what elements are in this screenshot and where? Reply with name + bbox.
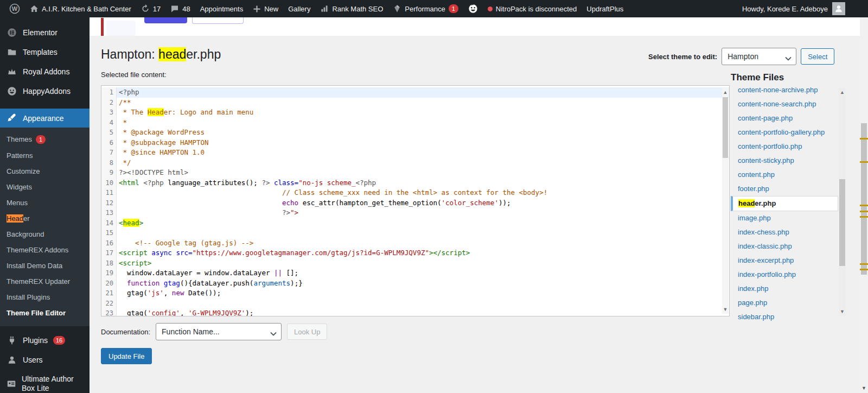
code-line: 17<script async src="https://www.googlet… [101, 248, 729, 258]
theme-file-link[interactable]: content-sticky.php [731, 154, 838, 168]
sidebar-item-templates[interactable]: Templates [0, 42, 90, 62]
code-line: 12 echo esc_attr(hampton_get_theme_optio… [101, 198, 729, 208]
find-match-marker [860, 138, 868, 140]
line-number: 9 [101, 168, 117, 178]
sidebar-item-appearance[interactable]: Appearance [0, 109, 90, 128]
site-name-menu[interactable]: A.I.R. Kitchen & Bath Center [25, 0, 136, 17]
nitropack-menu[interactable]: NitroPack is disconnected [483, 0, 582, 17]
updates-menu[interactable]: 17 [136, 0, 165, 17]
line-number: 21 [101, 288, 117, 299]
chevron-down-icon [785, 54, 792, 62]
rank-math-label: Rank Math SEO [332, 5, 383, 13]
editor-scroll-up-icon[interactable]: ▲ [722, 89, 729, 96]
submenu-item-themerex-addons[interactable]: ThemeREX Addons [0, 242, 90, 258]
line-number: 6 [101, 138, 117, 148]
happy-face-menu[interactable] [463, 0, 483, 17]
submenu-item-theme-file-editor[interactable]: Theme File Editor [0, 305, 90, 321]
lookup-button[interactable]: Look Up [287, 324, 327, 340]
line-number: 19 [101, 268, 117, 278]
sidebar-bottom-menu: Plugins16UsersUltimate Author Box Lite [0, 331, 90, 393]
window-scroll-down-icon[interactable]: ▼ [860, 385, 868, 391]
sidebar-item-elementor[interactable]: Elementor [0, 23, 90, 42]
submenu-item-themes[interactable]: Themes1 [0, 131, 90, 148]
theme-file-link[interactable]: content-none-archive.php [731, 87, 838, 97]
theme-file-link[interactable]: index-excerpt.php [731, 253, 838, 268]
line-number: 18 [101, 258, 117, 269]
theme-file-link[interactable]: index-classic.php [731, 239, 838, 253]
happy-face-icon [468, 4, 478, 14]
theme-files-scrollbar[interactable]: ▲ ▼ [839, 88, 846, 316]
sidebar-item-ultimate-author-box-lite[interactable]: Ultimate Author Box Lite [0, 370, 90, 393]
theme-file-link[interactable]: header.php [731, 196, 838, 211]
submenu-item-widgets[interactable]: Widgets [0, 179, 90, 195]
theme-select-dropdown[interactable]: Hampton [722, 48, 796, 65]
code-line: 10<html <?php language_attributes(); ?> … [101, 178, 729, 188]
nitropack-label: NitroPack is disconnected [496, 5, 577, 13]
line-number: 15 [101, 228, 117, 238]
sidebar-item-label: Ultimate Author Box Lite [22, 375, 83, 393]
theme-file-link[interactable]: sidebar.php [731, 310, 838, 322]
find-match-marker [860, 211, 868, 212]
update-file-button[interactable]: Update File [101, 348, 152, 364]
home-icon [30, 4, 39, 13]
theme-file-link[interactable]: page.php [731, 296, 838, 310]
admin-sidebar: ElementorTemplatesRoyal AddonsHappyAddon… [0, 17, 90, 393]
editor-scrollbar[interactable]: ▲ ▼ [722, 88, 729, 314]
submenu-item-patterns[interactable]: Patterns [0, 148, 90, 163]
avatar[interactable] [832, 2, 845, 15]
appointments-menu[interactable]: Appointments [195, 0, 248, 17]
theme-file-link[interactable]: content-portfolio.php [731, 140, 838, 154]
theme-file-link[interactable]: content-portfolio-gallery.php [731, 125, 838, 140]
comments-menu[interactable]: 48 [165, 0, 195, 17]
wordpress-logo-menu[interactable]: W [4, 0, 25, 17]
svg-text:W: W [12, 5, 18, 12]
code-line: 16 <!-- Google tag (gtag.js) --> [101, 238, 729, 249]
editor-scrollbar-thumb[interactable] [723, 97, 728, 158]
line-number: 11 [101, 188, 117, 198]
line-number: 16 [101, 238, 117, 249]
window-scrollbar[interactable]: ▲ ▼ [860, 0, 868, 393]
submenu-item-background[interactable]: Background [0, 226, 90, 242]
code-editor[interactable]: 1<?php2/**3 * The Header: Logo and main … [101, 85, 730, 316]
submenu-item-install-plugins[interactable]: Install Plugins [0, 289, 90, 305]
line-number: 13 [101, 208, 117, 218]
theme-file-link[interactable]: index-chess.php [731, 225, 838, 239]
theme-file-link[interactable]: content-page.php [731, 111, 838, 125]
code-line: 13 ?>"> [101, 208, 729, 218]
updraftplus-menu[interactable]: UpdraftPlus [582, 0, 628, 17]
sidebar-item-happyaddons[interactable]: HappyAddons [0, 81, 90, 101]
sidebar-item-plugins[interactable]: Plugins16 [0, 331, 90, 350]
submenu-item-header[interactable]: Header [0, 211, 90, 226]
theme-file-link[interactable]: content.php [731, 168, 838, 182]
code-line: 15 [101, 228, 729, 238]
list-scroll-down-icon[interactable]: ▼ [839, 308, 846, 315]
submenu-item-customize[interactable]: Customize [0, 163, 90, 179]
theme-file-link[interactable]: footer.php [731, 182, 838, 196]
sidebar-item-royal-addons[interactable]: Royal Addons [0, 62, 90, 81]
list-scroll-up-icon[interactable]: ▲ [839, 89, 846, 96]
window-scrollbar-thumb[interactable] [861, 123, 867, 275]
submenu-item-themerex-updater[interactable]: ThemeREX Updater [0, 274, 90, 289]
plus-icon [253, 5, 261, 13]
banner-primary-button-fragment[interactable] [144, 17, 187, 23]
theme-file-link[interactable]: index.php [731, 282, 838, 296]
submenu-item-menus[interactable]: Menus [0, 195, 90, 211]
submenu-item-install-demo-data[interactable]: Install Demo Data [0, 258, 90, 274]
banner-secondary-button-fragment[interactable] [192, 17, 244, 24]
theme-files-scrollbar-thumb[interactable] [839, 179, 845, 266]
function-name-dropdown[interactable]: Function Name... [156, 323, 282, 340]
sidebar-item-users[interactable]: Users [0, 350, 90, 370]
theme-file-link[interactable]: index-portfolio.php [731, 268, 838, 282]
howdy-text[interactable]: Howdy, Korede E. Adeboye [742, 5, 828, 13]
new-content-menu[interactable]: New [248, 0, 283, 17]
theme-file-link[interactable]: image.php [731, 211, 838, 225]
updates-icon [141, 4, 150, 13]
editor-scroll-down-icon[interactable]: ▼ [722, 306, 729, 313]
theme-file-link[interactable]: content-none-search.php [731, 97, 838, 111]
code-line: 8 */ [101, 158, 729, 168]
select-theme-button[interactable]: Select [801, 48, 834, 65]
banner-panel-fragment [106, 21, 136, 36]
performance-menu[interactable]: Performance 1 [388, 0, 463, 17]
gallery-menu[interactable]: Gallery [283, 0, 315, 17]
rank-math-menu[interactable]: Rank Math SEO [315, 0, 388, 17]
